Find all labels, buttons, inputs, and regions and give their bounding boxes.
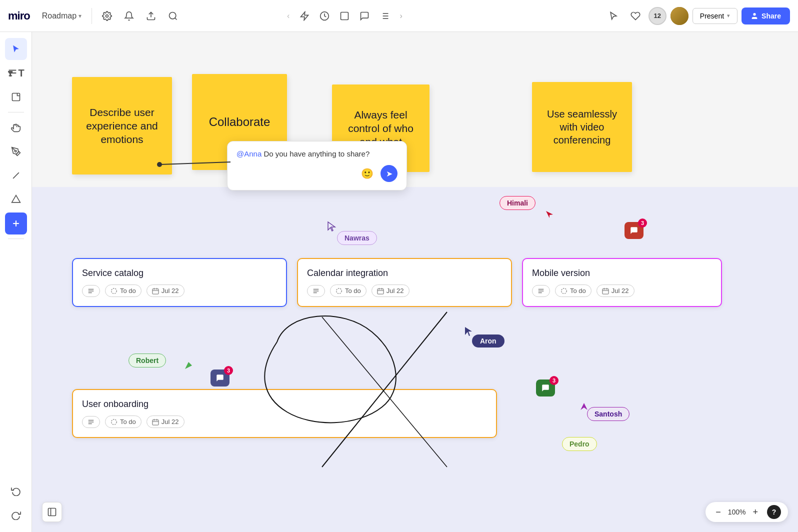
topbar-separator-1 xyxy=(92,8,92,24)
sidebar-item-line[interactable] xyxy=(5,164,27,186)
cursor-arrow-robert xyxy=(184,361,193,372)
card-lines-icon xyxy=(82,285,100,297)
svg-marker-58 xyxy=(580,403,588,410)
cursor-label-nawras: Nawras xyxy=(337,231,377,245)
celebrate-btn[interactable] xyxy=(626,8,644,24)
cursor-label-pedro: Pedro xyxy=(562,437,597,451)
sidebar-item-select[interactable] xyxy=(5,38,27,60)
comment-badge-green: 3 xyxy=(550,376,558,385)
svg-rect-59 xyxy=(48,508,56,516)
svg-point-36 xyxy=(336,288,342,294)
svg-point-28 xyxy=(112,288,117,294)
zoom-out-btn[interactable]: − xyxy=(712,506,724,518)
card-onboarding-meta: To do Jul 22 xyxy=(82,416,487,428)
sidebar-item-redo[interactable] xyxy=(5,504,27,526)
svg-text:T: T xyxy=(8,70,12,78)
board-name-btn[interactable]: Roadmap ▾ xyxy=(38,8,86,24)
comment-icon-green[interactable]: 3 xyxy=(536,380,555,396)
card-onboarding-title: User onboarding xyxy=(82,399,487,410)
sidebar-item-add[interactable] xyxy=(5,212,27,234)
emoji-btn[interactable]: 🙂 xyxy=(359,166,376,182)
present-btn[interactable]: Present ▾ xyxy=(692,8,738,24)
comment-box[interactable]: @Anna Do you have anything to share? 🙂 ➤ xyxy=(227,141,407,190)
svg-marker-49 xyxy=(185,362,192,369)
card-calendar-title: Calendar integration xyxy=(307,268,502,278)
svg-point-44 xyxy=(562,288,567,294)
frame-btn[interactable] xyxy=(336,8,354,24)
cursor-arrow-nawras xyxy=(327,221,336,234)
card-onboarding-lines xyxy=(82,416,100,428)
cursor-label-santosh: Santosh xyxy=(587,407,630,421)
cursor-label-robert: Robert xyxy=(128,354,166,368)
zoom-percent: 100% xyxy=(728,508,746,516)
sidebar-item-undo[interactable] xyxy=(5,480,27,502)
card-date-2: Jul 22 xyxy=(372,284,410,297)
sticky-describe[interactable]: Describe user experience and emotions xyxy=(72,77,172,174)
zoom-controls: − 100% + ? xyxy=(706,502,788,522)
card-cal-todo: To do xyxy=(330,284,366,297)
svg-rect-29 xyxy=(152,288,158,294)
sidebar: T T xyxy=(0,32,32,532)
card-calendar-integration[interactable]: Calendar integration To do Jul 22 xyxy=(297,258,512,307)
card-onboarding-todo: To do xyxy=(105,416,142,428)
sidebar-item-shapes[interactable] xyxy=(5,188,27,210)
upload-btn[interactable] xyxy=(142,8,160,24)
svg-point-13 xyxy=(753,13,756,16)
user-avatar[interactable] xyxy=(670,7,688,25)
svg-point-53 xyxy=(112,419,117,424)
card-mobile-meta: To do Jul 22 xyxy=(532,284,712,297)
svg-line-3 xyxy=(175,18,177,20)
timer-btn[interactable] xyxy=(316,8,334,24)
card-date-4: Jul 22 xyxy=(146,416,184,428)
card-todo-status: To do xyxy=(105,284,142,297)
comment-tool-btn[interactable] xyxy=(356,8,374,24)
svg-rect-37 xyxy=(378,288,384,294)
search-btn[interactable] xyxy=(164,8,182,24)
comment-mention: @Anna xyxy=(236,150,262,158)
sidebar-item-sticky[interactable] xyxy=(5,86,27,108)
svg-rect-45 xyxy=(602,288,608,294)
sidebar-item-text[interactable]: T T xyxy=(5,62,27,84)
card-cal-lines xyxy=(307,285,325,297)
zoom-in-btn[interactable]: + xyxy=(750,506,761,518)
comment-text: @Anna Do you have anything to share? xyxy=(236,150,398,158)
comment-badge-red: 3 xyxy=(638,218,647,228)
bell-btn[interactable] xyxy=(120,8,138,24)
canvas[interactable]: Describe user experience and emotions Co… xyxy=(32,32,798,532)
svg-point-16 xyxy=(14,150,16,152)
comment-icon-red[interactable]: 3 xyxy=(624,222,644,239)
collaborator-count[interactable]: 12 xyxy=(648,7,666,25)
card-mobile-lines xyxy=(532,285,550,297)
comment-icon-purple[interactable]: 3 xyxy=(210,370,230,386)
panel-toggle-btn[interactable] xyxy=(42,502,62,522)
card-service-catalog-meta: To do Jul 22 xyxy=(82,284,277,297)
comment-actions: 🙂 ➤ xyxy=(236,165,398,182)
svg-rect-6 xyxy=(341,12,348,20)
svg-line-17 xyxy=(13,172,19,178)
card-user-onboarding[interactable]: User onboarding To do Jul 22 xyxy=(72,389,497,438)
card-service-catalog-title: Service catalog xyxy=(82,268,277,278)
more-tools-btn[interactable]: › xyxy=(396,8,406,24)
app-logo: miro xyxy=(8,10,30,22)
pointer-btn[interactable] xyxy=(604,8,622,24)
cursor-arrow-aron xyxy=(464,326,473,339)
back-btn[interactable]: ‹ xyxy=(283,8,294,24)
svg-point-0 xyxy=(106,14,108,17)
lightning-btn[interactable] xyxy=(296,8,314,24)
send-btn[interactable]: ➤ xyxy=(380,165,398,182)
share-btn[interactable]: Share xyxy=(742,8,790,24)
board-name-label: Roadmap xyxy=(42,12,76,20)
cursor-label-aron: Aron xyxy=(472,334,504,348)
card-service-catalog[interactable]: Service catalog To do Jul 22 xyxy=(72,258,287,307)
cursor-label-himali: Himali xyxy=(500,196,536,210)
settings-btn[interactable] xyxy=(98,8,116,24)
zoom-help-btn[interactable]: ? xyxy=(767,505,781,519)
cursor-arrow-santosh xyxy=(580,402,588,413)
list-tool-btn[interactable] xyxy=(376,8,394,24)
sidebar-separator-2 xyxy=(8,238,24,239)
sidebar-item-pen[interactable] xyxy=(5,140,27,162)
sidebar-item-hand[interactable] xyxy=(5,116,27,138)
sticky-video[interactable]: Use seamlessly with video conferencing xyxy=(532,82,632,172)
svg-marker-4 xyxy=(301,12,308,20)
card-mobile-version[interactable]: Mobile version To do Jul 22 xyxy=(522,258,722,307)
